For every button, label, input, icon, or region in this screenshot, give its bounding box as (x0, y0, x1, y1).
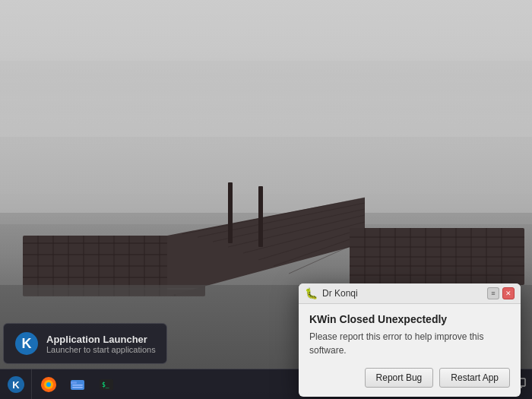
svg-point-57 (46, 382, 51, 387)
dialog-close-btn[interactable]: ✕ (502, 287, 515, 299)
taskbar-firefox-btn[interactable] (35, 371, 62, 398)
svg-rect-29 (258, 186, 263, 247)
restart-app-button[interactable]: Restart App (439, 368, 510, 388)
dialog-titlebar-controls: ≡ ✕ (487, 287, 515, 299)
svg-rect-61 (72, 387, 83, 388)
dialog-message: Please report this error to help improve… (309, 330, 510, 357)
kde-launcher-button[interactable]: K (0, 369, 32, 400)
taskbar-filemanager-btn[interactable] (64, 371, 91, 398)
svg-text:K: K (22, 336, 32, 351)
dialog-heading: KWin Closed Unexpectedly (309, 313, 510, 325)
svg-rect-60 (72, 385, 83, 386)
dialog-body: KWin Closed Unexpectedly Please report t… (299, 304, 521, 397)
svg-rect-52 (0, 0, 532, 61)
crash-dialog: 🐛 Dr Konqi ≡ ✕ KWin Closed Unexpectedly … (299, 283, 521, 397)
dialog-buttons: Report Bug Restart App (309, 368, 510, 388)
launcher-tooltip-subtitle: Launcher to start applications (46, 345, 156, 354)
svg-rect-59 (71, 382, 77, 384)
app-launcher-tooltip: K Application Launcher Launcher to start… (3, 323, 167, 364)
dialog-titlebar: 🐛 Dr Konqi ≡ ✕ (299, 283, 521, 304)
dialog-title-text: Dr Konqi (322, 288, 483, 299)
desktop: K (0, 0, 532, 399)
dialog-title-icon: 🐛 (305, 287, 318, 299)
svg-rect-28 (228, 182, 233, 243)
taskbar-apps: $_ (32, 371, 123, 398)
launcher-tooltip-title: Application Launcher (46, 334, 156, 345)
report-bug-button[interactable]: Report Bug (365, 368, 434, 388)
svg-text:K: K (12, 379, 20, 391)
svg-text:$_: $_ (102, 382, 109, 388)
taskbar-terminal-btn[interactable]: $_ (93, 371, 120, 398)
dialog-settings-btn[interactable]: ≡ (487, 287, 499, 299)
